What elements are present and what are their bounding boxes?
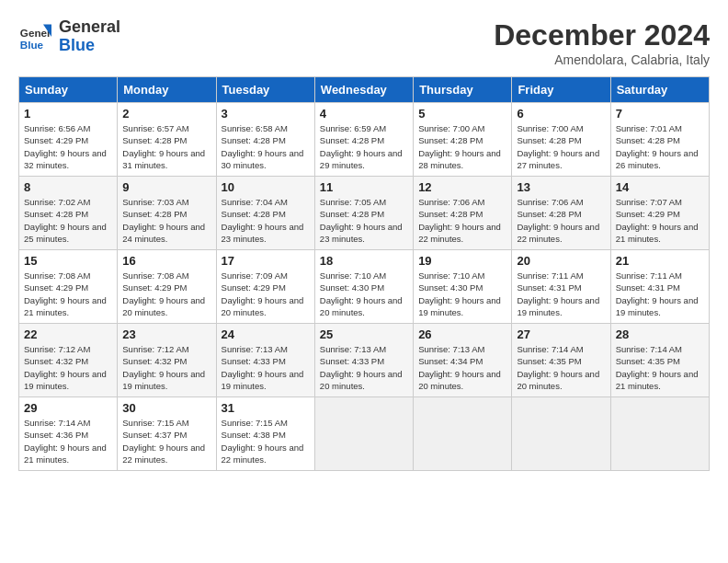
day-number: 29 xyxy=(24,401,112,415)
calendar-cell: 27 Sunrise: 7:14 AM Sunset: 4:35 PM Dayl… xyxy=(512,324,610,397)
day-info: Sunrise: 6:58 AM Sunset: 4:28 PM Dayligh… xyxy=(222,123,304,170)
calendar-table: SundayMondayTuesdayWednesdayThursdayFrid… xyxy=(18,76,710,471)
calendar-cell xyxy=(314,397,413,471)
calendar-cell: 19 Sunrise: 7:10 AM Sunset: 4:30 PM Dayl… xyxy=(414,250,512,324)
day-number: 14 xyxy=(616,180,704,194)
weekday-header-monday: Monday xyxy=(118,77,216,103)
day-number: 16 xyxy=(122,254,210,268)
calendar-cell: 1 Sunrise: 6:56 AM Sunset: 4:29 PM Dayli… xyxy=(19,103,118,177)
weekday-header-thursday: Thursday xyxy=(414,77,512,103)
calendar-cell: 13 Sunrise: 7:06 AM Sunset: 4:28 PM Dayl… xyxy=(512,177,610,250)
calendar-cell: 23 Sunrise: 7:12 AM Sunset: 4:32 PM Dayl… xyxy=(118,324,216,397)
day-number: 24 xyxy=(222,327,310,341)
calendar-cell xyxy=(414,397,512,471)
calendar-cell: 9 Sunrise: 7:03 AM Sunset: 4:28 PM Dayli… xyxy=(118,177,216,250)
day-info: Sunrise: 7:00 AM Sunset: 4:28 PM Dayligh… xyxy=(418,123,501,170)
day-info: Sunrise: 7:03 AM Sunset: 4:28 PM Dayligh… xyxy=(122,197,205,244)
day-number: 8 xyxy=(24,180,112,194)
day-number: 4 xyxy=(320,107,408,121)
calendar-cell: 16 Sunrise: 7:08 AM Sunset: 4:29 PM Dayl… xyxy=(118,250,216,324)
day-info: Sunrise: 7:15 AM Sunset: 4:37 PM Dayligh… xyxy=(122,418,205,465)
calendar-cell: 29 Sunrise: 7:14 AM Sunset: 4:36 PM Dayl… xyxy=(19,397,118,471)
calendar-cell: 3 Sunrise: 6:58 AM Sunset: 4:28 PM Dayli… xyxy=(216,103,314,177)
day-info: Sunrise: 6:57 AM Sunset: 4:28 PM Dayligh… xyxy=(122,123,205,170)
calendar-cell: 8 Sunrise: 7:02 AM Sunset: 4:28 PM Dayli… xyxy=(19,177,118,250)
weekday-header-wednesday: Wednesday xyxy=(314,77,413,103)
day-number: 2 xyxy=(122,107,210,121)
day-info: Sunrise: 7:09 AM Sunset: 4:29 PM Dayligh… xyxy=(222,270,304,317)
calendar-cell: 26 Sunrise: 7:13 AM Sunset: 4:34 PM Dayl… xyxy=(414,324,512,397)
calendar-cell: 17 Sunrise: 7:09 AM Sunset: 4:29 PM Dayl… xyxy=(216,250,314,324)
calendar-week-3: 15 Sunrise: 7:08 AM Sunset: 4:29 PM Dayl… xyxy=(19,250,710,324)
weekday-header-friday: Friday xyxy=(512,77,610,103)
day-info: Sunrise: 7:11 AM Sunset: 4:31 PM Dayligh… xyxy=(616,270,699,317)
svg-text:Blue: Blue xyxy=(20,38,44,50)
day-info: Sunrise: 7:10 AM Sunset: 4:30 PM Dayligh… xyxy=(418,270,501,317)
calendar-cell: 14 Sunrise: 7:07 AM Sunset: 4:29 PM Dayl… xyxy=(610,177,709,250)
day-info: Sunrise: 7:05 AM Sunset: 4:28 PM Dayligh… xyxy=(320,197,403,244)
day-info: Sunrise: 7:13 AM Sunset: 4:33 PM Dayligh… xyxy=(320,344,403,391)
calendar-cell: 31 Sunrise: 7:15 AM Sunset: 4:38 PM Dayl… xyxy=(216,397,314,471)
day-number: 21 xyxy=(616,254,704,268)
day-number: 11 xyxy=(320,180,408,194)
day-info: Sunrise: 7:04 AM Sunset: 4:28 PM Dayligh… xyxy=(222,197,304,244)
weekday-header-saturday: Saturday xyxy=(610,77,709,103)
logo: General Blue General Blue xyxy=(18,18,120,55)
day-number: 6 xyxy=(517,107,605,121)
day-info: Sunrise: 7:07 AM Sunset: 4:29 PM Dayligh… xyxy=(616,197,699,244)
day-number: 13 xyxy=(517,180,605,194)
day-info: Sunrise: 7:13 AM Sunset: 4:34 PM Dayligh… xyxy=(418,344,501,391)
calendar-cell xyxy=(610,397,709,471)
day-number: 22 xyxy=(24,327,112,341)
calendar-cell: 30 Sunrise: 7:15 AM Sunset: 4:37 PM Dayl… xyxy=(118,397,216,471)
day-number: 23 xyxy=(122,327,210,341)
day-number: 10 xyxy=(222,180,310,194)
day-number: 17 xyxy=(222,254,310,268)
calendar-week-5: 29 Sunrise: 7:14 AM Sunset: 4:36 PM Dayl… xyxy=(19,397,710,471)
calendar-cell: 20 Sunrise: 7:11 AM Sunset: 4:31 PM Dayl… xyxy=(512,250,610,324)
calendar-cell: 11 Sunrise: 7:05 AM Sunset: 4:28 PM Dayl… xyxy=(314,177,413,250)
day-number: 7 xyxy=(616,107,704,121)
calendar-week-2: 8 Sunrise: 7:02 AM Sunset: 4:28 PM Dayli… xyxy=(19,177,710,250)
calendar-cell: 6 Sunrise: 7:00 AM Sunset: 4:28 PM Dayli… xyxy=(512,103,610,177)
day-info: Sunrise: 7:13 AM Sunset: 4:33 PM Dayligh… xyxy=(222,344,304,391)
location: Amendolara, Calabria, Italy xyxy=(494,52,710,67)
day-info: Sunrise: 7:08 AM Sunset: 4:29 PM Dayligh… xyxy=(122,270,205,317)
weekday-header-tuesday: Tuesday xyxy=(216,77,314,103)
logo-icon: General Blue xyxy=(18,20,51,53)
day-info: Sunrise: 7:10 AM Sunset: 4:30 PM Dayligh… xyxy=(320,270,403,317)
title-block: December 2024 Amendolara, Calabria, Ital… xyxy=(494,18,710,67)
day-info: Sunrise: 7:06 AM Sunset: 4:28 PM Dayligh… xyxy=(517,197,599,244)
day-number: 27 xyxy=(517,327,605,341)
weekday-header-sunday: Sunday xyxy=(19,77,118,103)
day-info: Sunrise: 7:01 AM Sunset: 4:28 PM Dayligh… xyxy=(616,123,699,170)
day-number: 9 xyxy=(122,180,210,194)
day-info: Sunrise: 7:06 AM Sunset: 4:28 PM Dayligh… xyxy=(418,197,501,244)
day-info: Sunrise: 7:14 AM Sunset: 4:36 PM Dayligh… xyxy=(24,418,107,465)
day-number: 5 xyxy=(418,107,506,121)
day-info: Sunrise: 7:15 AM Sunset: 4:38 PM Dayligh… xyxy=(222,418,304,465)
calendar-cell: 25 Sunrise: 7:13 AM Sunset: 4:33 PM Dayl… xyxy=(314,324,413,397)
calendar-cell: 15 Sunrise: 7:08 AM Sunset: 4:29 PM Dayl… xyxy=(19,250,118,324)
calendar-week-4: 22 Sunrise: 7:12 AM Sunset: 4:32 PM Dayl… xyxy=(19,324,710,397)
day-number: 3 xyxy=(222,107,310,121)
calendar-cell: 7 Sunrise: 7:01 AM Sunset: 4:28 PM Dayli… xyxy=(610,103,709,177)
month-title: December 2024 xyxy=(494,18,710,52)
weekday-header-row: SundayMondayTuesdayWednesdayThursdayFrid… xyxy=(19,77,710,103)
day-info: Sunrise: 7:14 AM Sunset: 4:35 PM Dayligh… xyxy=(616,344,699,391)
day-number: 30 xyxy=(122,401,210,415)
day-info: Sunrise: 6:56 AM Sunset: 4:29 PM Dayligh… xyxy=(24,123,107,170)
calendar-cell: 24 Sunrise: 7:13 AM Sunset: 4:33 PM Dayl… xyxy=(216,324,314,397)
day-number: 26 xyxy=(418,327,506,341)
day-info: Sunrise: 7:12 AM Sunset: 4:32 PM Dayligh… xyxy=(122,344,205,391)
day-info: Sunrise: 7:02 AM Sunset: 4:28 PM Dayligh… xyxy=(24,197,107,244)
day-info: Sunrise: 7:08 AM Sunset: 4:29 PM Dayligh… xyxy=(24,270,107,317)
calendar-cell: 28 Sunrise: 7:14 AM Sunset: 4:35 PM Dayl… xyxy=(610,324,709,397)
day-info: Sunrise: 7:11 AM Sunset: 4:31 PM Dayligh… xyxy=(517,270,599,317)
day-number: 12 xyxy=(418,180,506,194)
day-info: Sunrise: 6:59 AM Sunset: 4:28 PM Dayligh… xyxy=(320,123,403,170)
calendar-cell: 5 Sunrise: 7:00 AM Sunset: 4:28 PM Dayli… xyxy=(414,103,512,177)
calendar-cell: 10 Sunrise: 7:04 AM Sunset: 4:28 PM Dayl… xyxy=(216,177,314,250)
day-number: 18 xyxy=(320,254,408,268)
calendar-cell xyxy=(512,397,610,471)
